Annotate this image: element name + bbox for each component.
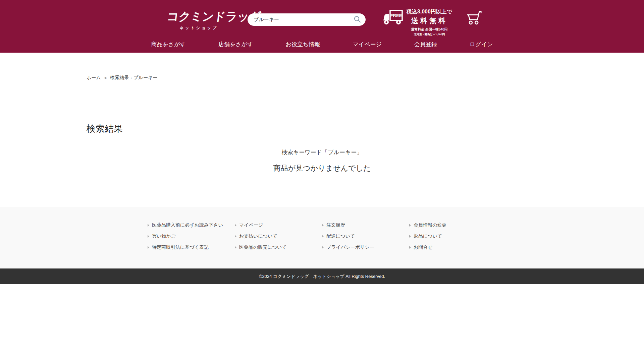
search-bar <box>248 13 366 26</box>
nav-item-register[interactable]: 会員登録 <box>414 41 437 48</box>
arrow-right-icon <box>148 224 149 227</box>
footer-link-delivery[interactable]: 配送について <box>322 233 409 239</box>
arrow-right-icon <box>409 235 411 238</box>
footer-link-label: 買い物かご <box>152 233 176 239</box>
footer-link-payment[interactable]: お支払いについて <box>235 233 322 239</box>
free-shipping-banner: FREE 税込3,000円以上で 送料無料 通常料金 全国一律540円 北海道・… <box>382 8 453 36</box>
footer-link-label: プライバシーポリシー <box>326 244 374 250</box>
footer-column-3: 注文履歴 配送について プライバシーポリシー <box>322 222 409 255</box>
footer-link-privacy-policy[interactable]: プライバシーポリシー <box>322 244 409 250</box>
arrow-right-icon <box>322 246 324 249</box>
arrow-right-icon <box>409 224 411 227</box>
arrow-right-icon <box>235 235 236 238</box>
logo-title: コクミンドラッグ <box>166 9 232 24</box>
nav-item-stores[interactable]: 店舗をさがす <box>218 41 253 48</box>
breadcrumb-current: 検索結果：ブルーキー <box>110 75 157 81</box>
arrow-right-icon <box>322 224 324 227</box>
arrow-right-icon <box>409 246 411 249</box>
footer-link-returns[interactable]: 返品について <box>409 233 496 239</box>
breadcrumb-separator: > <box>104 75 107 80</box>
breadcrumb-home-link[interactable]: ホーム <box>87 75 101 81</box>
arrow-right-icon <box>148 246 149 249</box>
footer-link-label: マイページ <box>239 222 263 228</box>
nav-item-login[interactable]: ログイン <box>470 41 493 48</box>
logo-subtitle: ネットショップ <box>167 25 231 31</box>
search-button[interactable] <box>353 16 361 24</box>
footer-link-label: 注文履歴 <box>326 222 345 228</box>
footer-column-4: 会員情報の変更 返品について お問合せ <box>409 222 496 255</box>
footer-column-2: マイページ お支払いについて 医薬品の販売について <box>235 222 322 255</box>
footer-link-drug-notice[interactable]: 医薬品購入前に必ずお読み下さい <box>148 222 235 228</box>
site-logo[interactable]: コクミンドラッグ ネットショップ <box>167 9 231 31</box>
footer-link-mypage[interactable]: マイページ <box>235 222 322 228</box>
free-truck-icon: FREE <box>382 8 403 27</box>
cart-icon <box>466 22 482 27</box>
shipping-free-label: 送料無料 <box>406 16 453 25</box>
main-content: ホーム > 検索結果：ブルーキー 検索結果 検索キーワード「ブルーキー」 商品が… <box>0 53 644 207</box>
footer-link-label: 会員情報の変更 <box>414 222 446 228</box>
nav-item-info[interactable]: お役立ち情報 <box>286 41 320 48</box>
nav-item-mypage[interactable]: マイページ <box>353 41 382 48</box>
footer-link-label: お支払いについて <box>239 233 277 239</box>
nav-item-products[interactable]: 商品をさがす <box>151 41 186 48</box>
footer-link-label: 医薬品の販売について <box>239 244 287 250</box>
footer-link-member-info[interactable]: 会員情報の変更 <box>409 222 496 228</box>
cart-button[interactable] <box>466 9 482 26</box>
footer-link-commercial-law[interactable]: 特定商取引法に基づく表記 <box>148 244 235 250</box>
shipping-threshold: 税込3,000円以上で <box>406 8 453 15</box>
copyright-text: ©2024 コクミンドラッグ ネットショップ All Rights Reserv… <box>259 274 385 279</box>
footer-link-label: 医薬品購入前に必ずお読み下さい <box>152 222 223 228</box>
copyright-bar: ©2024 コクミンドラッグ ネットショップ All Rights Reserv… <box>0 268 644 284</box>
site-footer: 医薬品購入前に必ずお読み下さい 買い物かご 特定商取引法に基づく表記 マイページ… <box>0 207 644 268</box>
footer-link-label: 配送について <box>326 233 355 239</box>
shipping-note-standard: 通常料金 全国一律540円 <box>406 27 453 32</box>
search-keyword-line: 検索キーワード「ブルーキー」 <box>0 148 644 156</box>
search-icon <box>354 15 361 24</box>
search-input[interactable] <box>254 17 353 22</box>
footer-link-order-history[interactable]: 注文履歴 <box>322 222 409 228</box>
footer-link-label: 特定商取引法に基づく表記 <box>152 244 209 250</box>
arrow-right-icon <box>322 235 324 238</box>
arrow-right-icon <box>235 224 236 227</box>
breadcrumb: ホーム > 検索結果：ブルーキー <box>0 53 644 81</box>
footer-link-label: お問合せ <box>414 244 433 250</box>
footer-link-contact[interactable]: お問合せ <box>409 244 496 250</box>
shipping-note-remote: 北海道・離島は＋1,000円 <box>406 33 453 36</box>
footer-link-shopping-cart[interactable]: 買い物かご <box>148 233 235 239</box>
footer-link-label: 返品について <box>414 233 442 239</box>
no-result-message: 商品が見つかりませんでした <box>0 163 644 207</box>
page-title: 検索結果 <box>87 123 644 135</box>
footer-links: 医薬品購入前に必ずお読み下さい 買い物かご 特定商取引法に基づく表記 マイページ… <box>148 207 496 255</box>
footer-column-1: 医薬品購入前に必ずお読み下さい 買い物かご 特定商取引法に基づく表記 <box>148 222 235 255</box>
footer-link-drug-sales[interactable]: 医薬品の販売について <box>235 244 322 250</box>
main-nav: 商品をさがす 店舗をさがす お役立ち情報 マイページ 会員登録 ログイン <box>0 37 644 52</box>
arrow-right-icon <box>235 246 236 249</box>
site-header: コクミンドラッグ ネットショップ FREE <box>0 0 644 53</box>
shipping-text: 税込3,000円以上で 送料無料 通常料金 全国一律540円 北海道・離島は＋1… <box>406 8 453 36</box>
svg-text:FREE: FREE <box>390 13 402 18</box>
arrow-right-icon <box>148 235 149 238</box>
